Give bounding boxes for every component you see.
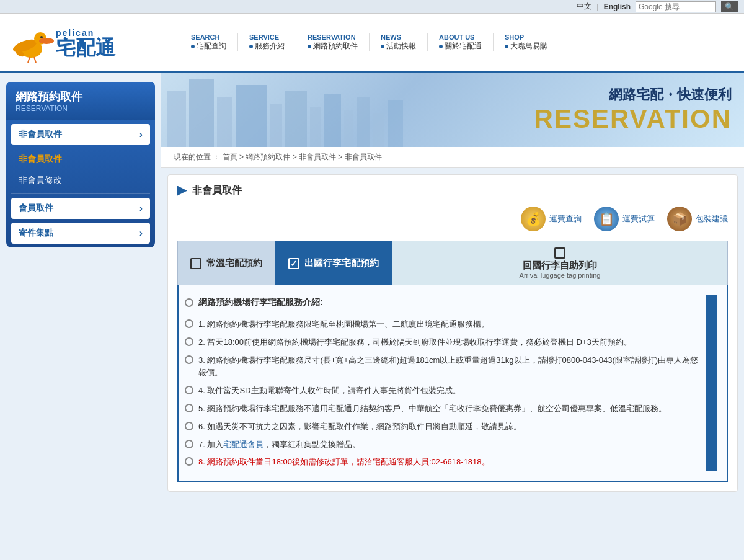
sidebar-header: 網路預約取件 RESERVATION: [6, 82, 155, 120]
list-item-8: 8. 網路預約取件當日18:00後如需修改訂單，請洽宅配通客服人員:02-661…: [185, 453, 706, 471]
breadcrumb: 現在的位置 ： 首頁 > 網路預約取件 > 非會員取件 > 非會員取件: [161, 147, 744, 168]
action-icons-row: 💰 運費查詢 📋 運費試算 📦 包裝建議: [177, 207, 728, 231]
main-container: 網路預約取件 RESERVATION 非會員取件 › 非會員取件 非會員修改 會…: [0, 73, 744, 556]
svg-rect-11: [236, 85, 267, 147]
list-item-1: 1. 網路預約機場行李宅配服務限宅配至桃園機場第一、二航廈出境宅配通服務櫃。: [185, 316, 706, 334]
list-item-3: 3. 網路預約機場行李宅配服務尺寸(長+寬+高之三邊總和)超過181cm以上或重…: [185, 352, 706, 383]
tab-normal-checkbox: [190, 258, 202, 269]
sidebar-btn-non-member-label: 非會員取件: [19, 129, 62, 140]
search-input[interactable]: [636, 1, 716, 12]
svg-point-4: [40, 36, 43, 38]
radio-7: [185, 440, 193, 448]
list-text-8: 8. 網路預約取件當日18:00後如需修改訂單，請洽宅配通客服人員:02-661…: [198, 456, 490, 469]
intro-title: 網路預約機場行李宅配服務介紹:: [198, 297, 323, 308]
list-item-6: 6. 如遇天災不可抗力之因素，影響宅配取件作業，網路預約取件日將自動順延，敬請見…: [185, 418, 706, 436]
nav-about[interactable]: ABOUT US 關於宅配通: [427, 33, 493, 51]
radio-6: [185, 422, 193, 430]
tab-arrival-zh: 回國行李自助列印: [523, 260, 597, 272]
list-item-4: 4. 取件當天SD主動電聯寄件人收件時間，請寄件人事先將貨件包裝完成。: [185, 382, 706, 400]
sidebar-btn-non-member[interactable]: 非會員取件 ›: [11, 124, 150, 145]
nav-news[interactable]: NEWS 活動快報: [369, 33, 427, 51]
hero-title-en: RESERVATION: [534, 104, 732, 134]
svg-rect-10: [217, 97, 232, 147]
header: pelican 宅配通 SEARCH 宅配查詢 SERVICE 服務介紹 RES…: [0, 14, 744, 73]
list-item-5: 5. 網路預約機場行李宅配服務不適用宅配通月結契約客戶、中華航空「宅收行李免費優…: [185, 400, 706, 418]
list-item-2: 2. 當天18:00前使用網路預約機場行李宅配服務，司機於隔天到府取件並現場收取…: [185, 334, 706, 352]
content-panel-main: 網路預約機場行李宅配服務介紹: 1. 網路預約機場行李宅配服務限宅配至桃園機場第…: [185, 295, 706, 471]
member-link[interactable]: 宅配通會員: [223, 440, 264, 449]
nav-reservation[interactable]: RESERVATION 網路預約取件: [296, 33, 369, 51]
svg-rect-16: [344, 110, 353, 147]
hero-title-zh: 網路宅配・快速便利: [534, 86, 732, 104]
list-text-2: 2. 當天18:00前使用網路預約機場行李宅配服務，司機於隔天到府取件並現場收取…: [198, 336, 632, 349]
svg-line-7: [34, 57, 36, 63]
sidebar-btn-member[interactable]: 會員取件 ›: [11, 198, 150, 219]
sidebar-btn-collect-arrow: ›: [140, 228, 143, 239]
sidebar-title-zh: 網路預約取件: [16, 89, 146, 104]
nav-service[interactable]: SERVICE 服務介紹: [237, 33, 296, 51]
nav-shop[interactable]: SHOP 大嘴鳥易購: [493, 33, 559, 51]
freight-query-btn[interactable]: 💰 運費查詢: [521, 207, 582, 231]
sidebar-active-non-member[interactable]: 非會員取件: [6, 149, 155, 170]
sidebar-btn-collect[interactable]: 寄件集點 ›: [11, 223, 150, 244]
sidebar-btn-member-label: 會員取件: [19, 203, 53, 214]
nav-search[interactable]: SEARCH 宅配查詢: [180, 33, 237, 51]
top-bar: 中文 | English 🔍: [0, 0, 744, 14]
nav-about-zh: 關於宅配通: [439, 41, 482, 51]
sidebar-plain-non-member-modify[interactable]: 非會員修改: [6, 170, 155, 191]
svg-rect-12: [270, 104, 282, 147]
sidebar-divider-1: [11, 193, 150, 194]
radio-5: [185, 404, 193, 412]
content-panel-inner: 網路預約機場行李宅配服務介紹: 1. 網路預約機場行李宅配服務限宅配至桃園機場第…: [185, 295, 717, 471]
svg-point-3: [39, 38, 54, 44]
packaging-icon: 📦: [667, 207, 692, 231]
logo-area: pelican 宅配通: [6, 21, 180, 64]
sidebar-btn-non-member-arrow: ›: [140, 129, 143, 140]
list-text-5: 5. 網路預約機場行李宅配服務不適用宅配通月結契約客戶、中華航空「宅收行李免費優…: [198, 402, 666, 416]
list-item-7: 7. 加入宅配通會員，獨享紅利集點兌換贈品。: [185, 436, 706, 454]
svg-rect-19: [388, 100, 403, 147]
svg-rect-15: [324, 94, 341, 147]
radio-8: [185, 457, 193, 466]
right-blue-bar: [706, 295, 717, 471]
nav-reservation-zh: 網路預約取件: [308, 41, 358, 51]
nav-news-en: NEWS: [381, 33, 401, 41]
lang-cn-link[interactable]: 中文: [577, 1, 591, 12]
radio-intro: [185, 298, 193, 307]
svg-line-6: [28, 57, 30, 63]
nav-shop-zh: 大嘴鳥易購: [505, 41, 547, 51]
list-text-7: 7. 加入宅配通會員，獨享紅利集點兌換贈品。: [198, 438, 360, 451]
radio-4: [185, 386, 193, 394]
lang-en-link[interactable]: English: [604, 2, 631, 11]
packaging-btn[interactable]: 📦 包裝建議: [667, 207, 728, 231]
packaging-label: 包裝建議: [696, 213, 728, 224]
hero-text: 網路宅配・快速便利 RESERVATION: [534, 86, 732, 134]
radio-1: [185, 319, 193, 328]
tab-luggage-checkbox: ✓: [288, 258, 299, 269]
freight-query-icon: 💰: [521, 207, 546, 231]
tab-luggage-delivery[interactable]: ✓ 出國行李宅配預約: [275, 241, 392, 285]
list-text-1: 1. 網路預約機場行李宅配服務限宅配至桃園機場第一、二航廈出境宅配通服務櫃。: [198, 318, 489, 331]
tabs-row: 常溫宅配預約 ✓ 出國行李宅配預約 回國行李自助列印 Arrival lugga…: [177, 241, 728, 285]
freight-calc-btn[interactable]: 📋 運費試算: [594, 207, 655, 231]
tab-normal-delivery[interactable]: 常溫宅配預約: [177, 241, 275, 285]
radio-3: [185, 355, 193, 364]
tab-normal-label: 常溫宅配預約: [206, 257, 262, 269]
svg-rect-9: [189, 79, 214, 147]
nav-shop-en: SHOP: [505, 33, 524, 41]
logo-text: pelican 宅配通: [56, 28, 115, 58]
svg-rect-18: [373, 113, 384, 147]
lang-divider: |: [596, 2, 598, 11]
nav-about-en: ABOUT US: [439, 33, 474, 41]
nav-search-zh: 宅配查詢: [191, 41, 226, 51]
search-button[interactable]: 🔍: [721, 1, 738, 12]
nav-news-zh: 活動快報: [381, 41, 416, 51]
nav-service-zh: 服務介紹: [249, 41, 285, 51]
page-title-icon: [177, 186, 187, 196]
intro-title-row: 網路預約機場行李宅配服務介紹:: [185, 295, 706, 316]
tab-arrival-luggage[interactable]: 回國行李自助列印 Arrival luggage tag printing: [392, 241, 728, 285]
content-area: 網路宅配・快速便利 RESERVATION 現在的位置 ： 首頁 > 網路預約取…: [161, 73, 744, 556]
page-content: 非會員取件 💰 運費查詢 📋 運費試算 📦 包裝建議: [167, 174, 738, 492]
page-title: 非會員取件: [192, 184, 242, 197]
tab-arrival-checkbox: [554, 247, 565, 259]
